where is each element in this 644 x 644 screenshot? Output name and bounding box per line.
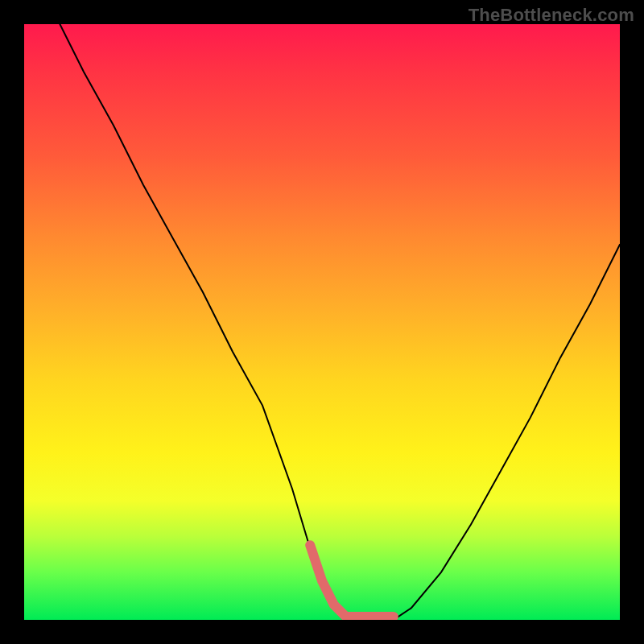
curve-path	[60, 24, 620, 620]
plot-area	[24, 24, 620, 620]
bottleneck-curve	[24, 24, 620, 620]
chart-frame: TheBottleneck.com	[0, 0, 644, 644]
watermark-text: TheBottleneck.com	[469, 5, 634, 26]
